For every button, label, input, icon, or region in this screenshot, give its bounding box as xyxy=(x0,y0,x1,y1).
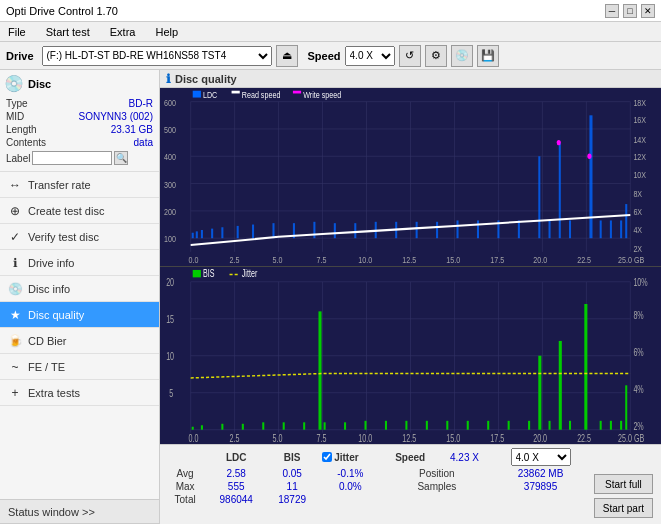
nav-create-test-disc[interactable]: ⊕ Create test disc xyxy=(0,198,159,224)
svg-text:20: 20 xyxy=(166,276,174,288)
svg-rect-21 xyxy=(211,229,213,239)
svg-text:Read speed: Read speed xyxy=(242,89,281,100)
disc-length-val: 23.31 GB xyxy=(111,124,153,135)
svg-rect-121 xyxy=(584,303,587,429)
disc-mid-row: MID SONYNN3 (002) xyxy=(4,110,155,123)
svg-text:2%: 2% xyxy=(633,420,643,432)
settings-button[interactable]: ⚙ xyxy=(425,45,447,67)
disc-label-input[interactable] xyxy=(32,151,112,165)
svg-text:5.0: 5.0 xyxy=(272,254,282,265)
svg-rect-116 xyxy=(528,420,530,429)
status-window-button[interactable]: Status window >> xyxy=(0,500,159,524)
menubar: File Start test Extra Help xyxy=(0,22,661,42)
nav-verify-test-disc[interactable]: ✓ Verify test disc xyxy=(0,224,159,250)
drive-select[interactable]: (F:) HL-DT-ST BD-RE WH16NS58 TST4 xyxy=(42,46,272,66)
svg-text:200: 200 xyxy=(164,206,176,217)
svg-rect-42 xyxy=(589,115,592,238)
disc-quality-header: ℹ Disc quality xyxy=(160,70,661,88)
svg-rect-102 xyxy=(262,422,264,429)
create-test-disc-icon: ⊕ xyxy=(8,204,22,218)
nav-transfer-rate[interactable]: ↔ Transfer rate xyxy=(0,172,159,198)
disc-contents-key: Contents xyxy=(6,137,46,148)
svg-text:10%: 10% xyxy=(633,276,647,288)
svg-text:7.5: 7.5 xyxy=(316,254,326,265)
disc-label-key: Label xyxy=(6,153,30,164)
verify-test-disc-icon: ✓ xyxy=(8,230,22,244)
disc-contents-row: Contents data xyxy=(4,136,155,149)
nav-fe-te[interactable]: ~ FE / TE xyxy=(0,354,159,380)
sidebar-bottom: Status window >> xyxy=(0,499,159,524)
disc-label-button[interactable]: 🔍 xyxy=(114,151,128,165)
top-chart: 600 500 400 300 200 100 18X 16X 14X 12X … xyxy=(160,88,661,267)
minimize-button[interactable]: ─ xyxy=(605,4,619,18)
sidebar: 💿 Disc Type BD-R MID SONYNN3 (002) Lengt… xyxy=(0,70,160,524)
nav-cd-bier[interactable]: 🍺 CD Bier xyxy=(0,328,159,354)
svg-text:17.5: 17.5 xyxy=(490,432,504,444)
svg-rect-100 xyxy=(221,423,223,429)
svg-text:12.5: 12.5 xyxy=(402,432,416,444)
svg-point-47 xyxy=(587,154,591,159)
disc-length-key: Length xyxy=(6,124,37,135)
jitter-checkbox[interactable] xyxy=(322,452,332,462)
menu-file[interactable]: File xyxy=(4,25,30,39)
svg-text:Jitter: Jitter xyxy=(242,268,258,280)
svg-text:100: 100 xyxy=(164,233,176,244)
svg-rect-120 xyxy=(569,420,571,429)
col-ldc xyxy=(164,447,206,467)
refresh-button[interactable]: ↺ xyxy=(399,45,421,67)
menu-start-test[interactable]: Start test xyxy=(42,25,94,39)
svg-rect-39 xyxy=(549,220,551,238)
svg-text:0.0: 0.0 xyxy=(189,432,199,444)
nav-disc-info[interactable]: 💿 Disc info xyxy=(0,276,159,302)
svg-rect-38 xyxy=(538,156,540,238)
eject-button[interactable]: ⏏ xyxy=(276,45,298,67)
nav-verify-test-disc-label: Verify test disc xyxy=(28,231,99,243)
svg-rect-25 xyxy=(272,223,274,238)
disc-quality-icon: ★ xyxy=(8,308,22,322)
maximize-button[interactable]: □ xyxy=(623,4,637,18)
speed-combo-cell: 4.0 X xyxy=(491,447,590,467)
svg-rect-24 xyxy=(252,225,254,239)
nav-extra-tests[interactable]: + Extra tests xyxy=(0,380,159,406)
svg-rect-77 xyxy=(232,91,240,94)
svg-rect-75 xyxy=(193,91,201,98)
svg-rect-108 xyxy=(364,420,366,429)
save-button[interactable]: 💾 xyxy=(477,45,499,67)
speed-combo-select[interactable]: 4.0 X xyxy=(511,448,571,466)
svg-rect-106 xyxy=(324,422,326,429)
nav-disc-quality-label: Disc quality xyxy=(28,309,84,321)
avg-ldc: 2.58 xyxy=(206,467,266,480)
svg-text:17.5: 17.5 xyxy=(490,254,504,265)
svg-text:22.5: 22.5 xyxy=(577,432,591,444)
menu-help[interactable]: Help xyxy=(151,25,182,39)
disc-header-label: Disc xyxy=(28,78,51,90)
svg-rect-112 xyxy=(446,420,448,429)
col-speed-label: Speed xyxy=(383,447,438,467)
svg-text:12X: 12X xyxy=(633,151,646,162)
svg-rect-104 xyxy=(303,422,305,429)
drive-toolbar: Drive (F:) HL-DT-ST BD-RE WH16NS58 TST4 … xyxy=(0,42,661,70)
svg-text:20.0: 20.0 xyxy=(533,254,547,265)
total-ldc: 986044 xyxy=(206,493,266,506)
start-part-button[interactable]: Start part xyxy=(594,498,653,518)
nav-drive-info[interactable]: ℹ Drive info xyxy=(0,250,159,276)
nav-disc-quality[interactable]: ★ Disc quality xyxy=(0,302,159,328)
svg-rect-125 xyxy=(625,385,627,429)
position-label: Position xyxy=(383,467,492,480)
svg-rect-28 xyxy=(334,223,336,238)
svg-text:22.5: 22.5 xyxy=(577,254,591,265)
svg-text:5.0: 5.0 xyxy=(272,432,282,444)
disc-mid-val: SONYNN3 (002) xyxy=(79,111,153,122)
start-full-button[interactable]: Start full xyxy=(594,474,653,494)
speed-select[interactable]: 4.0 X xyxy=(345,46,395,66)
disc-button[interactable]: 💿 xyxy=(451,45,473,67)
close-button[interactable]: ✕ xyxy=(641,4,655,18)
svg-rect-79 xyxy=(293,91,301,94)
menu-extra[interactable]: Extra xyxy=(106,25,140,39)
svg-text:8%: 8% xyxy=(633,309,643,321)
fe-te-icon: ~ xyxy=(8,360,22,374)
svg-rect-18 xyxy=(192,233,194,238)
bottom-chart-svg: 20 15 10 5 10% 8% 6% 4% 2% 0.0 2.5 5.0 7… xyxy=(160,267,661,445)
svg-text:16X: 16X xyxy=(633,114,646,125)
stats-table: LDC BIS Jitter Speed 4.23 X 4.0 xyxy=(164,447,590,522)
